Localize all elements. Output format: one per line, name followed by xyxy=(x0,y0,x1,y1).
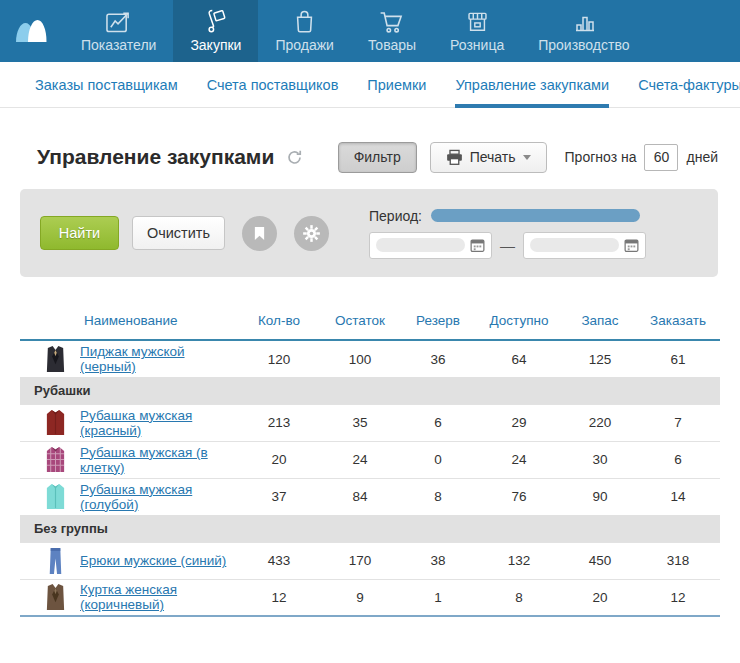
cell-value: 61 xyxy=(636,340,720,377)
cell-value: 24 xyxy=(474,441,564,478)
product-link[interactable]: Рубашка мужская (красный) xyxy=(80,408,192,438)
refresh-icon[interactable] xyxy=(286,149,303,166)
table-row: Куртка женская (коричневый) 129182012 xyxy=(20,579,720,616)
nav-tab-shopping-cart[interactable]: Товары xyxy=(351,0,433,62)
date-to-value xyxy=(530,238,619,252)
cell-value: 30 xyxy=(564,441,636,478)
nav-tab-storefront[interactable]: Розница xyxy=(433,0,521,62)
table-row: Рубашка мужская (голубой) 37848769014 xyxy=(20,478,720,515)
table-row: Пиджак мужской (черный) 120100366412561 xyxy=(20,340,720,377)
cell-value: 433 xyxy=(240,542,318,579)
nav-tab-shopping-bag[interactable]: Продажи xyxy=(258,0,350,62)
column-available[interactable]: Доступно xyxy=(474,303,564,340)
group-header-row: Рубашки xyxy=(20,377,720,404)
cell-value: 170 xyxy=(318,542,402,579)
product-link[interactable]: Брюки мужские (синий) xyxy=(80,553,226,568)
product-link[interactable]: Пиджак мужской (черный) xyxy=(80,344,185,374)
subnav-item[interactable]: Счета-фактуры пол xyxy=(638,62,740,107)
cell-value: 220 xyxy=(564,404,636,441)
date-from-input[interactable] xyxy=(369,232,492,259)
calendar-icon[interactable] xyxy=(470,238,485,253)
forecast-days-input[interactable] xyxy=(644,144,678,171)
filter-panel: Найти Очистить Период: xyxy=(20,189,718,277)
cell-value: 100 xyxy=(318,340,402,377)
cell-value: 20 xyxy=(564,579,636,616)
cell-value: 8 xyxy=(474,579,564,616)
date-from-value xyxy=(376,238,465,252)
cell-value: 0 xyxy=(402,441,474,478)
cell-value: 132 xyxy=(474,542,564,579)
group-name: Без группы xyxy=(20,515,720,542)
shirt-plaid-thumbnail xyxy=(44,445,80,475)
cell-value: 450 xyxy=(564,542,636,579)
nav-tab-line-chart[interactable]: Показатели xyxy=(64,0,173,62)
subnav-item[interactable]: Счета поставщиков xyxy=(207,62,339,107)
table-row: Брюки мужские (синий) 43317038132450318 xyxy=(20,542,720,579)
product-link[interactable]: Куртка женская (коричневый) xyxy=(80,582,177,612)
table-row: Рубашка мужская (в клетку) 2024024306 xyxy=(20,441,720,478)
forecast-unit: дней xyxy=(686,149,718,165)
period-block: Период: — xyxy=(369,208,646,259)
cell-value: 7 xyxy=(636,404,720,441)
cell-value: 213 xyxy=(240,404,318,441)
nav-tab-bar-chart[interactable]: Производство xyxy=(521,0,646,62)
subnav-item[interactable]: Заказы поставщикам xyxy=(35,62,178,107)
filter-button[interactable]: Фильтр xyxy=(338,142,417,173)
period-label: Период: xyxy=(369,208,422,224)
cell-value: 9 xyxy=(318,579,402,616)
shopping-bag-icon xyxy=(293,8,316,34)
printer-icon xyxy=(446,149,463,166)
column-to-order[interactable]: Заказать xyxy=(636,303,720,340)
bar-chart-icon xyxy=(572,8,596,34)
date-to-input[interactable] xyxy=(523,232,646,259)
page-header: Управление закупками Фильтр Печать Прогн… xyxy=(37,140,718,174)
shopping-cart-icon xyxy=(379,8,405,34)
gear-icon xyxy=(302,224,321,243)
column-quantity[interactable]: Кол-во xyxy=(240,303,318,340)
product-link[interactable]: Рубашка мужская (голубой) xyxy=(80,482,192,512)
column-remainder[interactable]: Остаток xyxy=(318,303,402,340)
forecast-label: Прогноз на xyxy=(565,149,637,165)
print-button[interactable]: Печать xyxy=(430,142,547,173)
cell-value: 1 xyxy=(402,579,474,616)
hand-truck-icon xyxy=(203,8,229,34)
settings-button[interactable] xyxy=(294,216,329,251)
clear-button[interactable]: Очистить xyxy=(132,216,225,250)
cell-value: 38 xyxy=(402,542,474,579)
subnav-item[interactable]: Приемки xyxy=(367,62,426,107)
section-tabs: Заказы поставщикамСчета поставщиковПрием… xyxy=(0,62,740,108)
cell-value: 76 xyxy=(474,478,564,515)
app-logo[interactable] xyxy=(0,0,64,62)
cell-value: 12 xyxy=(636,579,720,616)
calendar-icon[interactable] xyxy=(624,238,639,253)
cell-value: 14 xyxy=(636,478,720,515)
find-button[interactable]: Найти xyxy=(40,216,119,250)
cell-value: 35 xyxy=(318,404,402,441)
subnav-item[interactable]: Управление закупками xyxy=(455,62,609,107)
bookmark-icon xyxy=(253,226,266,241)
purchases-table: Наименование Кол-во Остаток Резерв Досту… xyxy=(20,303,720,617)
cell-value: 12 xyxy=(240,579,318,616)
column-name[interactable]: Наименование xyxy=(80,303,240,340)
column-reserve[interactable]: Резерв xyxy=(402,303,474,340)
column-stock[interactable]: Запас xyxy=(564,303,636,340)
cell-value: 318 xyxy=(636,542,720,579)
chevron-down-icon xyxy=(523,155,531,160)
period-range-slider[interactable] xyxy=(431,209,640,222)
bookmark-button[interactable] xyxy=(242,216,277,251)
group-name: Рубашки xyxy=(20,377,720,404)
cell-value: 120 xyxy=(240,340,318,377)
nav-tab-hand-truck[interactable]: Закупки xyxy=(173,0,258,62)
group-header-row: Без группы xyxy=(20,515,720,542)
cell-value: 29 xyxy=(474,404,564,441)
cell-value: 6 xyxy=(402,404,474,441)
cell-value: 90 xyxy=(564,478,636,515)
date-range-dash: — xyxy=(500,237,515,254)
shirt-cyan-thumbnail xyxy=(44,482,80,512)
page-title: Управление закупками xyxy=(37,145,274,169)
moysklad-logo-icon xyxy=(11,15,53,47)
cell-value: 37 xyxy=(240,478,318,515)
cell-value: 6 xyxy=(636,441,720,478)
product-link[interactable]: Рубашка мужская (в клетку) xyxy=(80,445,208,475)
line-chart-icon xyxy=(105,8,132,34)
